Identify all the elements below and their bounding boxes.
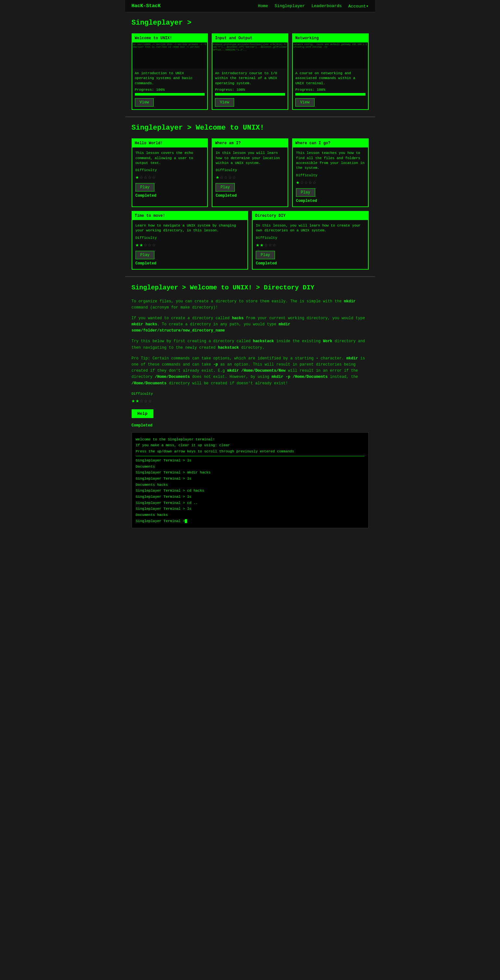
lesson-desc-hello-world: This lesson covers the echo command, all… <box>135 151 204 165</box>
lesson-desc-directory-diy: In this lesson, you will learn how to cr… <box>256 223 365 233</box>
nav-singleplayer[interactable]: Singleplayer <box>275 3 305 9</box>
section1-title: Singleplayer > <box>132 19 369 27</box>
nav-home[interactable]: Home <box>258 3 268 9</box>
unix-lessons-section: Singleplayer > Welcome to UNIX! Hello Wo… <box>125 117 375 277</box>
stars-hello-world: ★☆☆☆☆ <box>135 173 204 180</box>
course-header-unix: Welcome to UNIX! <box>132 34 207 43</box>
terminal-line-5: Documents <box>136 464 365 470</box>
course-card-io: Input and Output Element.prototype.activ… <box>212 33 288 110</box>
detail-para-3: Pro Tip: Certain commands can take optio… <box>132 355 369 387</box>
terminal[interactable]: Welcome to the Singleplayer terminal! If… <box>132 432 369 528</box>
difficulty-label-3: Difficulty <box>135 236 245 240</box>
play-button-where-can-i-go[interactable]: Play <box>296 188 315 197</box>
detail-title: Singleplayer > Welcome to UNIX! > Direct… <box>132 283 369 292</box>
terminal-line-1: If you make a mess, clear it up using: c… <box>136 442 365 449</box>
difficulty-label-2: Difficulty <box>296 173 365 177</box>
terminal-line-10: Singleplayer Terminal > ls <box>136 494 365 500</box>
course-img-unix: ls /usr/lib64 -> usr/lib sbin -> usr/bin… <box>132 43 207 68</box>
stars-directory-diy: ★★☆☆☆ <box>256 241 365 248</box>
terminal-line-4: Singleplayer Terminal > ls <box>136 458 365 464</box>
progress-bar-io <box>215 93 285 95</box>
terminal-line-8: Documents hacks <box>136 482 365 488</box>
lesson-time-to-move: Time to move! Learn how to navigate a UN… <box>132 211 248 270</box>
nav-account[interactable]: Account▾ <box>348 3 368 9</box>
course-desc-networking: A course on networking and associated co… <box>295 71 365 86</box>
navbar: HacK-StacK Home Singleplayer Leaderboard… <box>125 0 375 12</box>
lesson-desc-time-to-move: Learn how to navigate a UNIX system by c… <box>135 223 245 233</box>
course-progress-io: Progress: 100% <box>215 88 285 92</box>
terminal-line-0: Welcome to the Singleplayer terminal! <box>136 436 365 443</box>
lesson-where-can-i-go: Where can I go? This lesson teaches you … <box>292 138 369 207</box>
help-button[interactable]: Help <box>132 409 153 418</box>
directory-diy-detail: Singleplayer > Welcome to UNIX! > Direct… <box>125 277 375 535</box>
terminal-cursor <box>185 519 187 523</box>
lesson-header-time-to-move: Time to move! <box>132 212 248 220</box>
course-card-unix: Welcome to UNIX! ls /usr/lib64 -> usr/li… <box>132 33 208 110</box>
terminal-line-6: Singleplayer Terminal > mkdir hacks <box>136 469 365 476</box>
play-button-directory-diy[interactable]: Play <box>256 251 275 259</box>
lesson-desc-where-can-i-go: This lesson teaches you how to find all … <box>296 151 365 171</box>
course-header-io: Input and Output <box>212 34 288 43</box>
terminal-line-12: Singleplayer Terminal > ls <box>136 506 365 512</box>
course-desc-unix: An introduction to UNIX operating system… <box>135 71 205 86</box>
terminal-line-7: Singleplayer Terminal > ls <box>136 476 365 482</box>
singleplayer-section: Singleplayer > Welcome to UNIX! ls /usr/… <box>125 12 375 117</box>
detail-para-2: Try this below by first creating a direc… <box>132 338 369 351</box>
detail-difficulty: Difficulty ★★☆☆☆ <box>132 392 369 404</box>
view-button-unix[interactable]: View <box>135 98 154 107</box>
terminal-line-2: Press the up/down arrow keys to scroll t… <box>136 449 365 455</box>
nav-leaderboards[interactable]: Leaderboards <box>311 3 342 9</box>
lessons-row1: Hello World! This lesson covers the echo… <box>132 138 369 207</box>
course-img-networking: network config.. route add default gatew… <box>293 43 368 68</box>
course-desc-io: An introductory course to I/O within the… <box>215 71 285 86</box>
play-button-time-to-move[interactable]: Play <box>135 251 154 259</box>
course-card-networking: Networking network config.. route add de… <box>292 33 369 110</box>
course-progress-networking: Progress: 100% <box>295 88 365 92</box>
course-img-io: Element.prototype.activate=function(){va… <box>212 43 288 68</box>
nav-links: Home Singleplayer Leaderboards Account▾ <box>258 3 369 9</box>
detail-para-1: If you wanted to create a directory call… <box>132 315 369 334</box>
courses-grid: Welcome to UNIX! ls /usr/lib64 -> usr/li… <box>132 33 369 110</box>
terminal-line-11: Singleplayer Terminal > cd .. <box>136 500 365 506</box>
completed-where-am-i: Completed <box>216 194 284 198</box>
detail-stars: ★★☆☆☆ <box>132 397 369 404</box>
course-header-networking: Networking <box>293 34 368 43</box>
terminal-line-9: Singleplayer Terminal > cd hacks <box>136 488 365 494</box>
play-button-hello-world[interactable]: Play <box>135 183 154 191</box>
lessons-row2: Time to move! Learn how to navigate a UN… <box>132 211 369 270</box>
course-progress-unix: Progress: 100% <box>135 88 205 92</box>
completed-hello-world: Completed <box>135 194 204 198</box>
stars-where-can-i-go: ★☆☆☆☆ <box>296 178 365 186</box>
view-button-io[interactable]: View <box>215 98 234 107</box>
difficulty-label-0: Difficulty <box>135 168 204 172</box>
detail-difficulty-label: Difficulty <box>132 392 369 396</box>
lesson-header-directory-diy: Directory DIY <box>253 212 368 220</box>
lesson-directory-diy: Directory DIY In this lesson, you will l… <box>252 211 369 270</box>
view-button-networking[interactable]: View <box>295 98 315 107</box>
difficulty-label-4: Difficulty <box>256 236 365 240</box>
lesson-header-where-am-i: Where am I? <box>212 139 288 148</box>
stars-time-to-move: ★★☆☆☆ <box>135 241 245 248</box>
lesson-header-where-can-i-go: Where can I go? <box>293 139 368 148</box>
completed-where-can-i-go: Completed <box>296 199 365 203</box>
lesson-where-am-i: Where am I? In this lesson you will lear… <box>212 138 288 207</box>
progress-bar-networking <box>295 93 365 95</box>
difficulty-label-1: Difficulty <box>216 168 284 172</box>
nav-brand: HacK-StacK <box>132 3 161 9</box>
lesson-hello-world: Hello World! This lesson covers the echo… <box>132 138 208 207</box>
completed-time-to-move: Completed <box>135 261 245 266</box>
terminal-line-14: Singleplayer Terminal > <box>136 518 365 524</box>
detail-para-0: To organize files, you can create a dire… <box>132 299 369 311</box>
progress-bar-unix <box>135 93 205 95</box>
section2-title: Singleplayer > Welcome to UNIX! <box>132 124 369 132</box>
completed-directory-diy: Completed <box>256 261 365 266</box>
lesson-desc-where-am-i: In this lesson you will learn how to det… <box>216 151 284 165</box>
stars-where-am-i: ★☆☆☆☆ <box>216 173 284 180</box>
play-button-where-am-i[interactable]: Play <box>216 183 235 191</box>
terminal-line-13: Documents hacks <box>136 512 365 518</box>
detail-completed: Completed <box>132 423 369 428</box>
lesson-header-hello-world: Hello World! <box>132 139 207 148</box>
